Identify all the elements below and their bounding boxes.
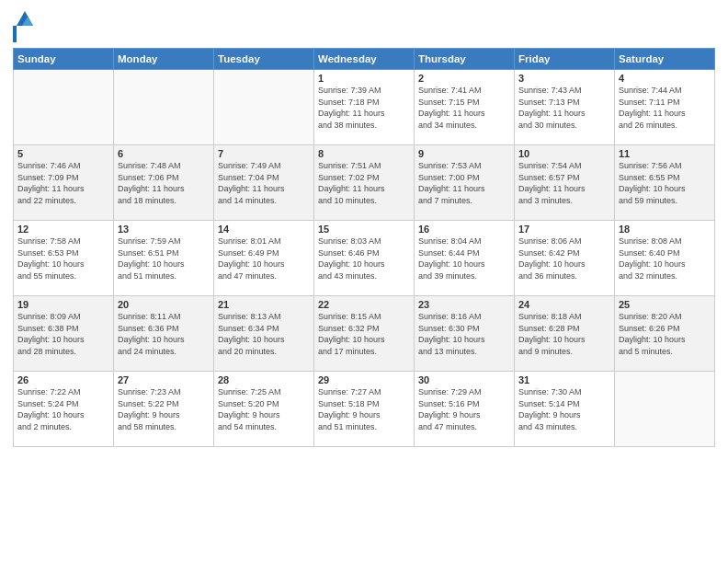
weekday-header-sunday: Sunday	[14, 49, 114, 70]
calendar-cell: 10Sunrise: 7:54 AM Sunset: 6:57 PM Dayli…	[515, 145, 615, 221]
calendar-cell: 30Sunrise: 7:29 AM Sunset: 5:16 PM Dayli…	[415, 372, 515, 447]
calendar-cell: 29Sunrise: 7:27 AM Sunset: 5:18 PM Dayli…	[314, 372, 415, 447]
day-number: 11	[619, 148, 711, 159]
calendar-week-1: 1Sunrise: 7:39 AM Sunset: 7:18 PM Daylig…	[14, 70, 715, 145]
day-info: Sunrise: 8:13 AM Sunset: 6:34 PM Dayligh…	[218, 311, 310, 357]
calendar-cell: 1Sunrise: 7:39 AM Sunset: 7:18 PM Daylig…	[314, 70, 415, 145]
day-info: Sunrise: 8:08 AM Sunset: 6:40 PM Dayligh…	[619, 236, 711, 282]
day-info: Sunrise: 7:41 AM Sunset: 7:15 PM Dayligh…	[418, 85, 510, 131]
day-info: Sunrise: 7:53 AM Sunset: 7:00 PM Dayligh…	[418, 160, 510, 206]
calendar-week-5: 26Sunrise: 7:22 AM Sunset: 5:24 PM Dayli…	[14, 372, 715, 447]
day-number: 9	[418, 148, 510, 159]
day-info: Sunrise: 7:46 AM Sunset: 7:09 PM Dayligh…	[17, 160, 109, 206]
day-number: 21	[218, 299, 310, 310]
weekday-header-thursday: Thursday	[415, 49, 515, 70]
calendar-cell: 3Sunrise: 7:43 AM Sunset: 7:13 PM Daylig…	[515, 70, 615, 145]
day-info: Sunrise: 8:16 AM Sunset: 6:30 PM Dayligh…	[418, 311, 510, 357]
calendar-cell: 8Sunrise: 7:51 AM Sunset: 7:02 PM Daylig…	[314, 145, 415, 221]
calendar-cell: 26Sunrise: 7:22 AM Sunset: 5:24 PM Dayli…	[14, 372, 114, 447]
calendar-cell: 14Sunrise: 8:01 AM Sunset: 6:49 PM Dayli…	[214, 221, 314, 296]
day-number: 12	[17, 224, 109, 235]
calendar-week-2: 5Sunrise: 7:46 AM Sunset: 7:09 PM Daylig…	[14, 145, 715, 221]
day-info: Sunrise: 7:56 AM Sunset: 6:55 PM Dayligh…	[619, 160, 711, 206]
day-number: 25	[619, 299, 711, 310]
calendar-cell: 19Sunrise: 8:09 AM Sunset: 6:38 PM Dayli…	[14, 296, 114, 372]
day-number: 13	[118, 224, 210, 235]
weekday-header-saturday: Saturday	[615, 49, 715, 70]
day-number: 10	[518, 148, 610, 159]
weekday-row: SundayMondayTuesdayWednesdayThursdayFrid…	[14, 49, 715, 70]
day-info: Sunrise: 8:11 AM Sunset: 6:36 PM Dayligh…	[118, 311, 210, 357]
day-number: 6	[118, 148, 210, 159]
day-info: Sunrise: 8:06 AM Sunset: 6:42 PM Dayligh…	[518, 236, 610, 282]
day-info: Sunrise: 7:27 AM Sunset: 5:18 PM Dayligh…	[318, 386, 410, 432]
day-number: 30	[418, 374, 510, 385]
logo-icon	[15, 9, 35, 28]
day-number: 27	[118, 374, 210, 385]
calendar-table: SundayMondayTuesdayWednesdayThursdayFrid…	[13, 48, 715, 447]
day-info: Sunrise: 8:15 AM Sunset: 6:32 PM Dayligh…	[318, 311, 410, 357]
day-number: 23	[418, 299, 510, 310]
weekday-header-tuesday: Tuesday	[214, 49, 314, 70]
calendar-cell: 21Sunrise: 8:13 AM Sunset: 6:34 PM Dayli…	[214, 296, 314, 372]
day-info: Sunrise: 7:48 AM Sunset: 7:06 PM Dayligh…	[118, 160, 210, 206]
day-number: 22	[318, 299, 410, 310]
day-info: Sunrise: 7:44 AM Sunset: 7:11 PM Dayligh…	[619, 85, 711, 131]
day-number: 29	[318, 374, 410, 385]
day-info: Sunrise: 7:51 AM Sunset: 7:02 PM Dayligh…	[318, 160, 410, 206]
calendar-cell: 9Sunrise: 7:53 AM Sunset: 7:00 PM Daylig…	[415, 145, 515, 221]
day-number: 14	[218, 224, 310, 235]
day-info: Sunrise: 7:43 AM Sunset: 7:13 PM Dayligh…	[518, 85, 610, 131]
calendar-cell: 28Sunrise: 7:25 AM Sunset: 5:20 PM Dayli…	[214, 372, 314, 447]
day-number: 19	[17, 299, 109, 310]
day-number: 15	[318, 224, 410, 235]
day-number: 4	[619, 73, 711, 84]
calendar-header: SundayMondayTuesdayWednesdayThursdayFrid…	[14, 49, 715, 70]
calendar-cell: 18Sunrise: 8:08 AM Sunset: 6:40 PM Dayli…	[615, 221, 715, 296]
calendar-cell: 4Sunrise: 7:44 AM Sunset: 7:11 PM Daylig…	[615, 70, 715, 145]
day-info: Sunrise: 8:18 AM Sunset: 6:28 PM Dayligh…	[518, 311, 610, 357]
weekday-header-friday: Friday	[515, 49, 615, 70]
calendar-cell: 5Sunrise: 7:46 AM Sunset: 7:09 PM Daylig…	[14, 145, 114, 221]
day-info: Sunrise: 8:01 AM Sunset: 6:49 PM Dayligh…	[218, 236, 310, 282]
day-number: 31	[518, 374, 610, 385]
calendar-cell: 7Sunrise: 7:49 AM Sunset: 7:04 PM Daylig…	[214, 145, 314, 221]
day-info: Sunrise: 7:59 AM Sunset: 6:51 PM Dayligh…	[118, 236, 210, 282]
calendar-cell: 11Sunrise: 7:56 AM Sunset: 6:55 PM Dayli…	[615, 145, 715, 221]
calendar-cell: 6Sunrise: 7:48 AM Sunset: 7:06 PM Daylig…	[114, 145, 214, 221]
calendar-cell: 16Sunrise: 8:04 AM Sunset: 6:44 PM Dayli…	[415, 221, 515, 296]
calendar-cell: 24Sunrise: 8:18 AM Sunset: 6:28 PM Dayli…	[515, 296, 615, 372]
day-info: Sunrise: 7:54 AM Sunset: 6:57 PM Dayligh…	[518, 160, 610, 206]
day-info: Sunrise: 8:03 AM Sunset: 6:46 PM Dayligh…	[318, 236, 410, 282]
day-info: Sunrise: 7:29 AM Sunset: 5:16 PM Dayligh…	[418, 386, 510, 432]
calendar-cell	[14, 70, 114, 145]
day-number: 17	[518, 224, 610, 235]
calendar-week-3: 12Sunrise: 7:58 AM Sunset: 6:53 PM Dayli…	[14, 221, 715, 296]
calendar-cell: 17Sunrise: 8:06 AM Sunset: 6:42 PM Dayli…	[515, 221, 615, 296]
day-number: 16	[418, 224, 510, 235]
calendar-cell: 12Sunrise: 7:58 AM Sunset: 6:53 PM Dayli…	[14, 221, 114, 296]
day-info: Sunrise: 7:23 AM Sunset: 5:22 PM Dayligh…	[118, 386, 210, 432]
calendar-week-4: 19Sunrise: 8:09 AM Sunset: 6:38 PM Dayli…	[14, 296, 715, 372]
day-number: 8	[318, 148, 410, 159]
calendar-cell: 25Sunrise: 8:20 AM Sunset: 6:26 PM Dayli…	[615, 296, 715, 372]
calendar-cell	[214, 70, 314, 145]
calendar-cell: 31Sunrise: 7:30 AM Sunset: 5:14 PM Dayli…	[515, 372, 615, 447]
logo-area	[13, 9, 35, 42]
calendar-cell: 22Sunrise: 8:15 AM Sunset: 6:32 PM Dayli…	[314, 296, 415, 372]
page-header	[13, 9, 715, 42]
calendar-cell: 23Sunrise: 8:16 AM Sunset: 6:30 PM Dayli…	[415, 296, 515, 372]
day-info: Sunrise: 7:49 AM Sunset: 7:04 PM Dayligh…	[218, 160, 310, 206]
calendar-cell: 15Sunrise: 8:03 AM Sunset: 6:46 PM Dayli…	[314, 221, 415, 296]
calendar-cell	[615, 372, 715, 447]
day-number: 24	[518, 299, 610, 310]
day-number: 28	[218, 374, 310, 385]
day-number: 1	[318, 73, 410, 84]
calendar-cell: 2Sunrise: 7:41 AM Sunset: 7:15 PM Daylig…	[415, 70, 515, 145]
calendar-body: 1Sunrise: 7:39 AM Sunset: 7:18 PM Daylig…	[14, 70, 715, 447]
calendar-cell: 20Sunrise: 8:11 AM Sunset: 6:36 PM Dayli…	[114, 296, 214, 372]
day-number: 26	[17, 374, 109, 385]
weekday-header-monday: Monday	[114, 49, 214, 70]
day-info: Sunrise: 7:30 AM Sunset: 5:14 PM Dayligh…	[518, 386, 610, 432]
calendar-cell: 27Sunrise: 7:23 AM Sunset: 5:22 PM Dayli…	[114, 372, 214, 447]
